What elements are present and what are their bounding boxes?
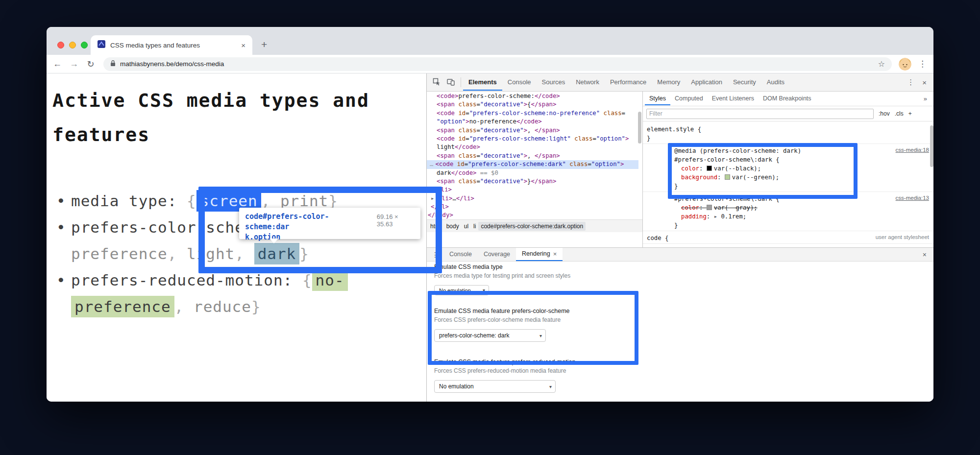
segment: </span> bbox=[531, 178, 557, 185]
styles-filter-input[interactable] bbox=[646, 109, 874, 119]
devtools-toolbar-icons bbox=[427, 78, 461, 87]
segment: "prefers-color-scheme:no-preference" bbox=[469, 110, 600, 117]
bookmark-star-icon[interactable]: ☆ bbox=[878, 59, 885, 69]
style-declaration[interactable]: padding: ▸ 0.1rem; bbox=[674, 212, 933, 221]
styles-overflow-icon[interactable]: » bbox=[919, 95, 932, 102]
dom-tree-line[interactable]: <code>prefers-color-scheme:</code> bbox=[427, 92, 638, 100]
dom-tree-line[interactable]: <code id="prefers-color-scheme:light" cl… bbox=[427, 135, 638, 143]
styles-tab-computed[interactable]: Computed bbox=[670, 92, 708, 105]
segment: : bbox=[699, 204, 707, 211]
style-declaration[interactable]: element.style { bbox=[647, 125, 933, 134]
dom-tree-line[interactable]: <span class="decorative">}</span> bbox=[427, 177, 638, 186]
class-toggle[interactable]: .cls bbox=[895, 110, 904, 117]
annotation-box-rendering bbox=[428, 291, 638, 365]
segment: </span> bbox=[531, 101, 557, 108]
segment: padding bbox=[681, 213, 707, 220]
devtools-tabbar-right: ⋮ × bbox=[904, 78, 933, 87]
segment: </span> bbox=[535, 152, 560, 159]
style-rule: element.style {} bbox=[643, 122, 933, 144]
dom-tree-line[interactable]: <span class="decorative">, </span> bbox=[427, 126, 638, 135]
main-tab-network[interactable]: Network bbox=[570, 74, 605, 91]
breadcrumb-item[interactable]: ul bbox=[462, 222, 471, 231]
dom-tree-line[interactable]: </ul> bbox=[427, 203, 638, 211]
main-tab-security[interactable]: Security bbox=[728, 74, 761, 91]
dom-tree-line[interactable]: <span class="decorative">, </span> bbox=[427, 152, 638, 160]
segment: </code> bbox=[535, 93, 560, 99]
main-tab-application[interactable]: Application bbox=[686, 74, 728, 91]
style-declaration[interactable]: color: var(--gray); bbox=[674, 203, 933, 212]
dom-tree-line[interactable]: </body> bbox=[427, 211, 638, 219]
segment: … bbox=[430, 161, 433, 168]
address-bar[interactable]: mathiasbynens.be/demo/css-media ☆ bbox=[103, 57, 892, 71]
minimize-window-button[interactable] bbox=[69, 42, 76, 48]
segment: = bbox=[465, 161, 468, 168]
stylesheet-link[interactable]: css-media:13 bbox=[896, 195, 929, 201]
styles-tab-styles[interactable]: Styles bbox=[645, 92, 670, 105]
profile-avatar[interactable] bbox=[899, 58, 911, 71]
styles-tabbar: StylesComputedEvent ListenersDOM Breakpo… bbox=[643, 91, 933, 106]
device-toolbar-icon[interactable] bbox=[447, 78, 455, 87]
tab-title: CSS media types and features bbox=[110, 42, 236, 49]
segment: class bbox=[566, 161, 588, 168]
devtools-menu-icon[interactable]: ⋮ bbox=[904, 78, 917, 87]
page-title-line2: features bbox=[52, 118, 369, 152]
stylesheet-link: user agent stylesheet bbox=[876, 234, 929, 240]
segment: <span bbox=[437, 101, 455, 108]
dom-tree-line[interactable]: dark</code> == $0 bbox=[427, 169, 638, 177]
segment: class bbox=[455, 101, 476, 108]
dom-tree-line[interactable]: <code id="prefers-color-scheme:no-prefer… bbox=[427, 109, 638, 118]
main-tab-performance[interactable]: Performance bbox=[605, 74, 652, 91]
close-window-button[interactable] bbox=[57, 42, 64, 48]
new-tab-button[interactable]: + bbox=[261, 39, 267, 50]
dom-tree-line[interactable]: light</code> bbox=[427, 143, 638, 151]
tab-close-icon[interactable]: × bbox=[241, 41, 245, 49]
segment: </span> bbox=[535, 127, 560, 134]
segment: prefers-color-scheme: bbox=[458, 93, 534, 99]
elements-scrollbar[interactable] bbox=[638, 112, 641, 144]
devtools-close-icon[interactable]: × bbox=[919, 78, 930, 87]
styles-scrollbar[interactable] bbox=[930, 125, 933, 167]
main-tab-sources[interactable]: Sources bbox=[537, 74, 571, 91]
dom-tree-line[interactable]: ▸ <li>…</li> bbox=[427, 194, 638, 203]
inspect-element-icon[interactable] bbox=[433, 78, 441, 87]
dom-tree-line[interactable]: <span class="decorative">{</span> bbox=[427, 100, 638, 109]
segment: class bbox=[600, 110, 621, 117]
color-swatch bbox=[707, 205, 712, 210]
breadcrumb-item[interactable]: li bbox=[471, 222, 478, 231]
style-declaration[interactable]: } bbox=[674, 221, 933, 230]
breadcrumb-item[interactable]: code#prefers-color-scheme:dark.option bbox=[478, 222, 586, 231]
reload-button[interactable]: ↻ bbox=[85, 59, 97, 70]
new-style-rule-button[interactable]: + bbox=[908, 110, 912, 117]
segment: </li> bbox=[456, 195, 474, 202]
main-tab-elements[interactable]: Elements bbox=[463, 74, 502, 91]
select-value: No emulation bbox=[439, 383, 474, 390]
main-tab-console[interactable]: Console bbox=[502, 74, 537, 91]
tooltip-dimensions: 69.16 × 35.63 bbox=[377, 213, 415, 228]
segment: = bbox=[476, 127, 480, 134]
browser-menu-icon[interactable]: ⋮ bbox=[916, 59, 929, 69]
dom-tree-line[interactable]: "option">no-preference</code> bbox=[427, 118, 638, 126]
forward-button[interactable]: → bbox=[68, 59, 80, 69]
dom-tree-line-selected[interactable]: …<code id="prefers-color-scheme:dark" cl… bbox=[427, 160, 638, 168]
style-declaration[interactable]: } bbox=[647, 134, 933, 143]
styles-tab-dom-breakpoints[interactable]: DOM Breakpoints bbox=[759, 92, 816, 105]
emulation-select[interactable]: No emulation▾ bbox=[434, 380, 556, 393]
page-title: Active CSS media types and features bbox=[52, 83, 369, 152]
back-button[interactable]: ← bbox=[51, 59, 63, 69]
hover-state-toggle[interactable]: :hov bbox=[879, 110, 890, 117]
segment: class bbox=[455, 127, 476, 134]
stylesheet-link[interactable]: css-media:18 bbox=[896, 147, 929, 153]
lock-icon bbox=[110, 60, 116, 69]
breadcrumb-item[interactable]: body bbox=[444, 222, 462, 231]
dom-tree-line[interactable]: </li> bbox=[427, 186, 638, 194]
tooltip-caret bbox=[270, 239, 278, 243]
main-tab-memory[interactable]: Memory bbox=[652, 74, 686, 91]
segment: , bbox=[174, 298, 194, 315]
tooltip-selector-line1: code#prefers-color-scheme:dar bbox=[245, 212, 369, 232]
segment: > bbox=[524, 127, 527, 134]
styles-tab-event-listeners[interactable]: Event Listeners bbox=[708, 92, 759, 105]
maximize-window-button[interactable] bbox=[81, 42, 88, 48]
main-tab-audits[interactable]: Audits bbox=[761, 74, 790, 91]
browser-tab[interactable]: CSS media types and features × bbox=[91, 35, 252, 55]
segment: = bbox=[476, 178, 480, 185]
